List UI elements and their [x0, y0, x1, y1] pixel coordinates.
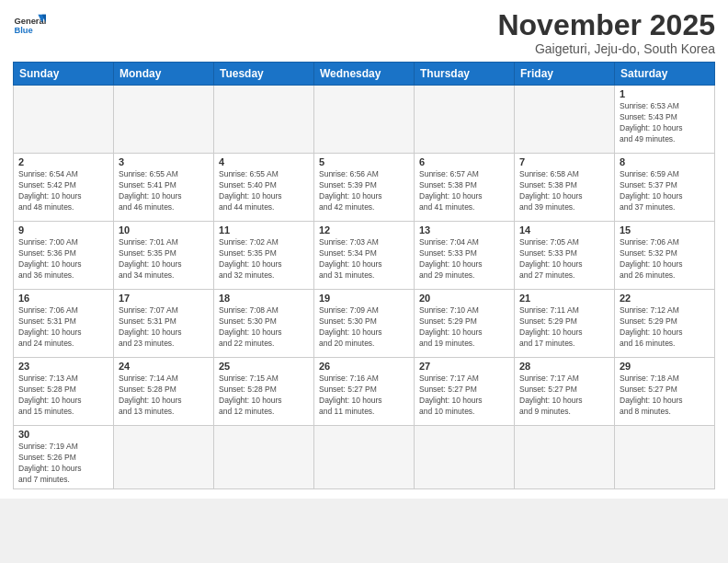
day-info: Sunrise: 7:19 AMSunset: 5:26 PMDaylight:… [18, 442, 108, 486]
day-number: 27 [419, 361, 509, 372]
day-number: 25 [219, 361, 309, 372]
calendar-cell: 2Sunrise: 6:54 AMSunset: 5:42 PMDaylight… [14, 154, 114, 222]
calendar-cell: 17Sunrise: 7:07 AMSunset: 5:31 PMDayligh… [114, 290, 214, 358]
calendar-cell: 27Sunrise: 7:17 AMSunset: 5:27 PMDayligh… [415, 358, 515, 426]
day-number: 5 [319, 156, 409, 167]
calendar-cell: 8Sunrise: 6:59 AMSunset: 5:37 PMDaylight… [615, 154, 715, 222]
title-block: November 2025 Gaigeturi, Jeju-do, South … [497, 9, 715, 56]
calendar-cell: 19Sunrise: 7:09 AMSunset: 5:30 PMDayligh… [314, 290, 415, 358]
day-info: Sunrise: 7:08 AMSunset: 5:30 PMDaylight:… [219, 305, 309, 350]
day-info: Sunrise: 6:58 AMSunset: 5:38 PMDaylight:… [519, 169, 609, 213]
svg-text:Blue: Blue [14, 26, 32, 35]
subtitle: Gaigeturi, Jeju-do, South Korea [497, 41, 715, 56]
calendar-cell: 3Sunrise: 6:55 AMSunset: 5:41 PMDaylight… [114, 154, 214, 222]
day-number: 9 [18, 224, 108, 236]
calendar-cell [214, 426, 314, 489]
month-title: November 2025 [497, 9, 715, 41]
day-info: Sunrise: 6:54 AMSunset: 5:42 PMDaylight:… [18, 169, 108, 213]
calendar-cell: 20Sunrise: 7:10 AMSunset: 5:29 PMDayligh… [415, 290, 515, 358]
day-number: 12 [319, 224, 409, 236]
calendar-cell: 12Sunrise: 7:03 AMSunset: 5:34 PMDayligh… [314, 222, 415, 290]
day-info: Sunrise: 7:18 AMSunset: 5:27 PMDaylight:… [620, 373, 710, 418]
day-number: 19 [319, 293, 409, 304]
week-row-1: 1Sunrise: 6:53 AMSunset: 5:43 PMDaylight… [14, 86, 715, 154]
day-number: 20 [419, 293, 509, 304]
logo: General Blue [13, 9, 46, 42]
calendar-cell: 21Sunrise: 7:11 AMSunset: 5:29 PMDayligh… [515, 290, 615, 358]
day-info: Sunrise: 7:10 AMSunset: 5:29 PMDaylight:… [419, 305, 509, 350]
day-info: Sunrise: 7:07 AMSunset: 5:31 PMDaylight:… [119, 305, 209, 350]
day-number: 1 [620, 88, 710, 99]
week-row-6: 30Sunrise: 7:19 AMSunset: 5:26 PMDayligh… [14, 426, 715, 489]
day-number: 13 [419, 224, 509, 236]
calendar-cell: 11Sunrise: 7:02 AMSunset: 5:35 PMDayligh… [214, 222, 314, 290]
calendar-cell: 30Sunrise: 7:19 AMSunset: 5:26 PMDayligh… [14, 426, 114, 489]
calendar-cell [515, 426, 615, 489]
day-number: 17 [119, 293, 209, 304]
calendar-cell: 4Sunrise: 6:55 AMSunset: 5:40 PMDaylight… [214, 154, 314, 222]
week-row-2: 2Sunrise: 6:54 AMSunset: 5:42 PMDaylight… [14, 154, 715, 222]
day-number: 26 [319, 361, 409, 372]
weekday-header-sunday: Sunday [14, 63, 114, 86]
day-number: 6 [419, 156, 509, 167]
calendar-cell: 7Sunrise: 6:58 AMSunset: 5:38 PMDaylight… [515, 154, 615, 222]
day-number: 30 [18, 429, 108, 440]
day-info: Sunrise: 7:17 AMSunset: 5:27 PMDaylight:… [519, 373, 609, 418]
day-info: Sunrise: 7:16 AMSunset: 5:27 PMDaylight:… [319, 373, 409, 418]
day-info: Sunrise: 6:55 AMSunset: 5:41 PMDaylight:… [119, 169, 209, 213]
calendar-table: SundayMondayTuesdayWednesdayThursdayFrid… [13, 62, 715, 489]
weekday-header-monday: Monday [114, 63, 214, 86]
calendar-cell: 24Sunrise: 7:14 AMSunset: 5:28 PMDayligh… [114, 358, 214, 426]
calendar-cell: 1Sunrise: 6:53 AMSunset: 5:43 PMDaylight… [615, 86, 715, 154]
calendar-cell: 18Sunrise: 7:08 AMSunset: 5:30 PMDayligh… [214, 290, 314, 358]
day-info: Sunrise: 6:53 AMSunset: 5:43 PMDaylight:… [620, 101, 710, 145]
day-info: Sunrise: 7:12 AMSunset: 5:29 PMDaylight:… [620, 305, 710, 350]
day-info: Sunrise: 7:01 AMSunset: 5:35 PMDaylight:… [119, 237, 209, 282]
weekday-header-tuesday: Tuesday [214, 63, 314, 86]
calendar-cell: 28Sunrise: 7:17 AMSunset: 5:27 PMDayligh… [515, 358, 615, 426]
day-number: 28 [519, 361, 609, 372]
calendar-cell: 15Sunrise: 7:06 AMSunset: 5:32 PMDayligh… [615, 222, 715, 290]
calendar-cell: 25Sunrise: 7:15 AMSunset: 5:28 PMDayligh… [214, 358, 314, 426]
weekday-header-row: SundayMondayTuesdayWednesdayThursdayFrid… [14, 63, 715, 86]
day-number: 21 [519, 293, 609, 304]
calendar-cell: 23Sunrise: 7:13 AMSunset: 5:28 PMDayligh… [14, 358, 114, 426]
day-info: Sunrise: 7:05 AMSunset: 5:33 PMDaylight:… [519, 237, 609, 282]
week-row-3: 9Sunrise: 7:00 AMSunset: 5:36 PMDaylight… [14, 222, 715, 290]
calendar-cell: 16Sunrise: 7:06 AMSunset: 5:31 PMDayligh… [14, 290, 114, 358]
day-number: 4 [219, 156, 309, 167]
day-info: Sunrise: 7:09 AMSunset: 5:30 PMDaylight:… [319, 305, 409, 350]
calendar-cell [415, 426, 515, 489]
day-info: Sunrise: 7:15 AMSunset: 5:28 PMDaylight:… [219, 373, 309, 418]
calendar-cell: 6Sunrise: 6:57 AMSunset: 5:38 PMDaylight… [415, 154, 515, 222]
weekday-header-wednesday: Wednesday [314, 63, 415, 86]
day-number: 14 [519, 224, 609, 236]
weekday-header-friday: Friday [515, 63, 615, 86]
day-number: 2 [18, 156, 108, 167]
calendar-cell [415, 86, 515, 154]
day-number: 24 [119, 361, 209, 372]
calendar-cell [114, 426, 214, 489]
day-info: Sunrise: 6:57 AMSunset: 5:38 PMDaylight:… [419, 169, 509, 213]
calendar-cell: 10Sunrise: 7:01 AMSunset: 5:35 PMDayligh… [114, 222, 214, 290]
calendar-cell [314, 86, 415, 154]
day-number: 10 [119, 224, 209, 236]
day-info: Sunrise: 7:13 AMSunset: 5:28 PMDaylight:… [18, 373, 108, 418]
day-info: Sunrise: 7:11 AMSunset: 5:29 PMDaylight:… [519, 305, 609, 350]
day-info: Sunrise: 7:00 AMSunset: 5:36 PMDaylight:… [18, 237, 108, 282]
calendar-cell [214, 86, 314, 154]
calendar-cell: 14Sunrise: 7:05 AMSunset: 5:33 PMDayligh… [515, 222, 615, 290]
day-number: 8 [620, 156, 710, 167]
header: General Blue November 2025 Gaigeturi, Je… [13, 9, 715, 56]
logo-icon: General Blue [13, 9, 46, 42]
weekday-header-saturday: Saturday [615, 63, 715, 86]
day-info: Sunrise: 7:03 AMSunset: 5:34 PMDaylight:… [319, 237, 409, 282]
day-info: Sunrise: 6:56 AMSunset: 5:39 PMDaylight:… [319, 169, 409, 213]
day-info: Sunrise: 6:59 AMSunset: 5:37 PMDaylight:… [620, 169, 710, 213]
calendar-cell [515, 86, 615, 154]
weekday-header-thursday: Thursday [415, 63, 515, 86]
calendar-cell: 29Sunrise: 7:18 AMSunset: 5:27 PMDayligh… [615, 358, 715, 426]
calendar-cell: 26Sunrise: 7:16 AMSunset: 5:27 PMDayligh… [314, 358, 415, 426]
day-info: Sunrise: 6:55 AMSunset: 5:40 PMDaylight:… [219, 169, 309, 213]
week-row-5: 23Sunrise: 7:13 AMSunset: 5:28 PMDayligh… [14, 358, 715, 426]
